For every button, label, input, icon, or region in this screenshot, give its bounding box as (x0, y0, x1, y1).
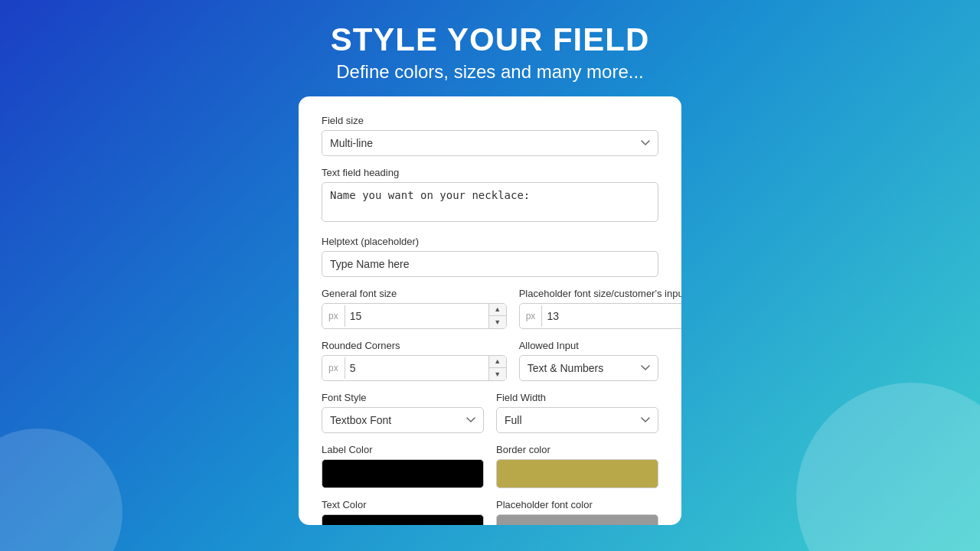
placeholder-font-size-group: Placeholder font size/customer's input p… (519, 288, 681, 329)
corners-allowed-row: Rounded Corners px ▲ ▼ Allowed Input Tex… (322, 340, 658, 381)
general-font-size-spinner: px ▲ ▼ (322, 303, 507, 329)
rounded-corners-input[interactable] (345, 357, 488, 380)
field-size-select[interactable]: Single-line Multi-line (322, 130, 658, 156)
text-field-heading-group: Text field heading (322, 167, 658, 225)
rounded-corners-prefix: px (322, 357, 345, 379)
text-color-label: Text Color (322, 499, 484, 510)
placeholder-font-size-spinner: px ▲ ▼ (519, 303, 681, 329)
allowed-input-select[interactable]: Text & Numbers Text Only Numbers Only (519, 355, 658, 381)
label-color-group: Label Color (322, 444, 484, 488)
rounded-corners-up[interactable]: ▲ (489, 356, 506, 368)
text-color-swatch[interactable] (322, 514, 484, 525)
general-font-size-input[interactable] (345, 305, 488, 328)
placeholder-font-color-swatch[interactable] (496, 514, 658, 525)
allowed-input-select-wrapper: Text & Numbers Text Only Numbers Only (519, 355, 658, 381)
rounded-corners-label: Rounded Corners (322, 340, 507, 351)
bg-decoration-left (0, 429, 122, 551)
page-title: STYLE YOUR FIELD (331, 21, 650, 58)
border-color-group: Border color (496, 444, 658, 488)
text-placeholder-color-row: Text Color Placeholder font color (322, 499, 658, 525)
font-style-select-wrapper: Textbox Font Arial Times New Roman (322, 407, 484, 433)
helptext-label: Helptext (placeholder) (322, 236, 658, 247)
font-width-row: Font Style Textbox Font Arial Times New … (322, 392, 658, 433)
placeholder-font-size-input[interactable] (542, 305, 681, 328)
bg-decoration-right (796, 383, 980, 551)
border-color-swatch[interactable] (496, 459, 658, 488)
field-width-label: Field Width (496, 392, 658, 403)
text-color-group: Text Color (322, 499, 484, 525)
font-size-row: General font size px ▲ ▼ Placeholder fon… (322, 288, 658, 329)
general-font-size-up[interactable]: ▲ (489, 304, 506, 316)
general-font-size-prefix: px (322, 305, 345, 327)
field-width-select[interactable]: Full Half Quarter (496, 407, 658, 433)
label-color-swatch[interactable] (322, 459, 484, 488)
font-style-group: Font Style Textbox Font Arial Times New … (322, 392, 484, 433)
text-field-heading-label: Text field heading (322, 167, 658, 178)
allowed-input-group: Allowed Input Text & Numbers Text Only N… (519, 340, 658, 381)
field-width-group: Field Width Full Half Quarter (496, 392, 658, 433)
settings-card: Field size Single-line Multi-line Text f… (299, 96, 681, 525)
field-size-group: Field size Single-line Multi-line (322, 115, 658, 156)
field-size-select-wrapper: Single-line Multi-line (322, 130, 658, 156)
font-style-select[interactable]: Textbox Font Arial Times New Roman (322, 407, 484, 433)
general-font-size-group: General font size px ▲ ▼ (322, 288, 507, 329)
helptext-input[interactable] (322, 251, 658, 277)
label-border-color-row: Label Color Border color (322, 444, 658, 488)
page-subtitle: Define colors, sizes and many more... (331, 61, 650, 83)
general-font-size-label: General font size (322, 288, 507, 299)
placeholder-font-color-label: Placeholder font color (496, 499, 658, 510)
allowed-input-label: Allowed Input (519, 340, 658, 351)
placeholder-font-color-group: Placeholder font color (496, 499, 658, 525)
font-style-label: Font Style (322, 392, 484, 403)
placeholder-font-size-label: Placeholder font size/customer's input (519, 288, 681, 299)
general-font-size-down[interactable]: ▼ (489, 316, 506, 328)
field-size-label: Field size (322, 115, 658, 126)
field-width-select-wrapper: Full Half Quarter (496, 407, 658, 433)
rounded-corners-spinner: px ▲ ▼ (322, 355, 507, 381)
border-color-label: Border color (496, 444, 658, 455)
rounded-corners-buttons: ▲ ▼ (488, 356, 506, 380)
label-color-label: Label Color (322, 444, 484, 455)
general-font-size-buttons: ▲ ▼ (488, 304, 506, 328)
placeholder-font-size-prefix: px (520, 305, 543, 327)
text-field-heading-input[interactable] (322, 182, 658, 222)
rounded-corners-down[interactable]: ▼ (489, 368, 506, 380)
helptext-group: Helptext (placeholder) (322, 236, 658, 277)
rounded-corners-group: Rounded Corners px ▲ ▼ (322, 340, 507, 381)
page-header: STYLE YOUR FIELD Define colors, sizes an… (331, 0, 650, 83)
